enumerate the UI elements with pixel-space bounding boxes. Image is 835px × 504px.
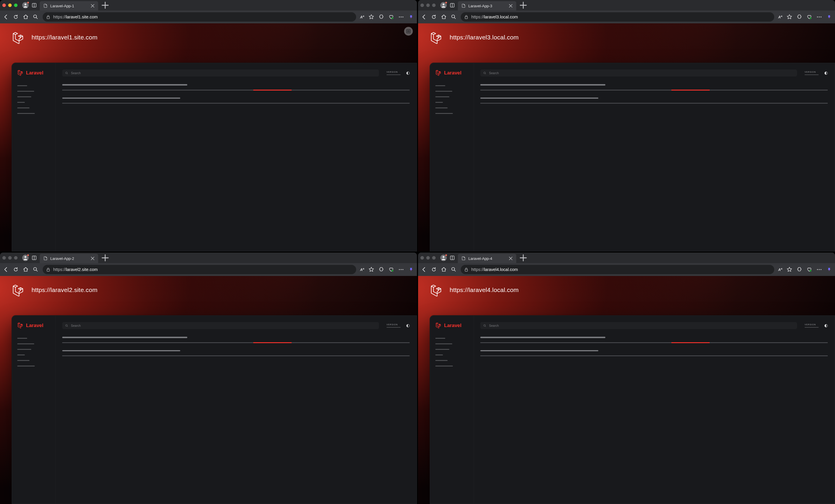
sidebar-item[interactable] xyxy=(17,349,31,350)
browser-tab[interactable]: Laravel-App-4 xyxy=(458,254,516,263)
refresh-button[interactable] xyxy=(13,267,19,272)
favorites-button[interactable] xyxy=(787,14,792,20)
profile-button[interactable] xyxy=(22,255,28,261)
home-button[interactable] xyxy=(441,14,447,20)
sidebar-item[interactable] xyxy=(17,360,29,361)
sidebar-item[interactable] xyxy=(435,338,445,339)
docs-brand[interactable]: Laravel xyxy=(435,69,468,77)
sidebar-item[interactable] xyxy=(435,91,452,92)
search-button[interactable] xyxy=(451,267,457,272)
docs-brand[interactable]: Laravel xyxy=(17,69,50,77)
sidebar-item[interactable] xyxy=(17,107,29,108)
sidebar-item[interactable] xyxy=(17,355,25,355)
tab-overview-button[interactable] xyxy=(450,255,455,260)
collections-button[interactable] xyxy=(388,267,394,272)
theme-toggle[interactable] xyxy=(824,324,828,327)
docs-brand[interactable]: Laravel xyxy=(17,322,50,329)
window-zoom-dot[interactable] xyxy=(14,256,18,259)
close-tab-button[interactable] xyxy=(509,4,513,8)
favorites-button[interactable] xyxy=(787,267,792,272)
sidebar-item[interactable] xyxy=(17,102,25,103)
version-selector[interactable]: VERSION xyxy=(805,71,819,75)
window-minimize-dot[interactable] xyxy=(426,3,430,7)
window-close-dot[interactable] xyxy=(421,256,424,259)
collections-button[interactable] xyxy=(807,267,812,272)
sidebar-item[interactable] xyxy=(17,338,27,339)
search-button[interactable] xyxy=(33,14,39,20)
extensions-button[interactable] xyxy=(378,267,384,272)
back-button[interactable] xyxy=(3,14,9,20)
sidebar-item[interactable] xyxy=(17,91,34,92)
extensions-button[interactable] xyxy=(796,14,802,20)
back-button[interactable] xyxy=(421,267,427,272)
copilot-button[interactable] xyxy=(826,14,832,20)
read-aloud-button[interactable]: AA xyxy=(778,15,782,19)
window-zoom-dot[interactable] xyxy=(432,256,435,259)
version-selector[interactable]: VERSION xyxy=(387,71,401,75)
sidebar-item[interactable] xyxy=(435,107,448,108)
window-close-dot[interactable] xyxy=(2,3,6,7)
sidebar-item[interactable] xyxy=(435,85,445,86)
docs-brand[interactable]: Laravel xyxy=(435,322,468,329)
back-button[interactable] xyxy=(421,14,427,20)
theme-toggle[interactable] xyxy=(406,324,410,327)
address-bar[interactable]: https://laravel2.site.com xyxy=(43,265,356,274)
sidebar-item[interactable] xyxy=(17,343,34,344)
address-bar[interactable]: https://laravel3.local.com xyxy=(461,12,774,22)
window-close-dot[interactable] xyxy=(421,3,424,7)
collections-button[interactable] xyxy=(388,14,394,20)
sidebar-item[interactable] xyxy=(435,365,453,366)
copilot-button[interactable] xyxy=(408,14,414,20)
window-minimize-dot[interactable] xyxy=(8,256,12,259)
theme-toggle[interactable] xyxy=(824,71,828,75)
search-button[interactable] xyxy=(451,14,457,20)
tab-overview-button[interactable] xyxy=(32,3,37,8)
docs-search[interactable]: Search xyxy=(62,322,379,329)
new-tab-button[interactable] xyxy=(519,254,527,262)
back-button[interactable] xyxy=(3,267,9,272)
window-minimize-dot[interactable] xyxy=(426,256,430,259)
window-zoom-dot[interactable] xyxy=(14,3,18,7)
more-button[interactable] xyxy=(398,14,404,20)
docs-search[interactable]: Search xyxy=(480,69,797,77)
new-tab-button[interactable] xyxy=(101,1,109,9)
version-selector[interactable]: VERSION xyxy=(805,323,819,328)
home-button[interactable] xyxy=(23,267,28,272)
window-close-dot[interactable] xyxy=(2,256,6,259)
window-minimize-dot[interactable] xyxy=(8,3,12,7)
address-bar[interactable]: https://laravel1.site.com xyxy=(43,12,356,22)
sidebar-item[interactable] xyxy=(17,365,35,366)
sidebar-item[interactable] xyxy=(435,96,449,97)
new-tab-button[interactable] xyxy=(101,254,109,262)
tab-overview-button[interactable] xyxy=(450,3,455,8)
docs-search[interactable]: Search xyxy=(480,322,797,329)
more-button[interactable] xyxy=(816,14,822,20)
browser-tab[interactable]: Laravel-App-1 xyxy=(40,1,98,10)
read-aloud-button[interactable]: AA xyxy=(360,15,364,19)
sidebar-item[interactable] xyxy=(435,102,443,103)
sidebar-item[interactable] xyxy=(435,343,452,344)
browser-tab[interactable]: Laravel-App-3 xyxy=(458,1,516,10)
browser-tab[interactable]: Laravel-App-2 xyxy=(40,254,98,263)
read-aloud-button[interactable]: AA xyxy=(778,268,782,272)
version-selector[interactable]: VERSION xyxy=(387,323,401,328)
close-tab-button[interactable] xyxy=(90,4,95,8)
docs-search[interactable]: Search xyxy=(62,69,379,77)
sidebar-item[interactable] xyxy=(435,355,443,355)
favorites-button[interactable] xyxy=(368,267,374,272)
sidebar-item[interactable] xyxy=(435,349,449,350)
address-bar[interactable]: https://laravel4.local.com xyxy=(461,265,774,274)
search-button[interactable] xyxy=(33,267,39,272)
copilot-button[interactable] xyxy=(826,267,832,272)
theme-toggle[interactable] xyxy=(406,71,410,75)
profile-button[interactable] xyxy=(440,2,447,8)
close-tab-button[interactable] xyxy=(509,256,513,260)
tab-overview-button[interactable] xyxy=(32,255,37,260)
refresh-button[interactable] xyxy=(13,14,19,20)
new-tab-button[interactable] xyxy=(519,1,527,9)
sidebar-item[interactable] xyxy=(17,113,35,114)
screenshot-button[interactable] xyxy=(404,27,413,36)
collections-button[interactable] xyxy=(807,14,812,20)
extensions-button[interactable] xyxy=(796,267,802,272)
favorites-button[interactable] xyxy=(368,14,374,20)
